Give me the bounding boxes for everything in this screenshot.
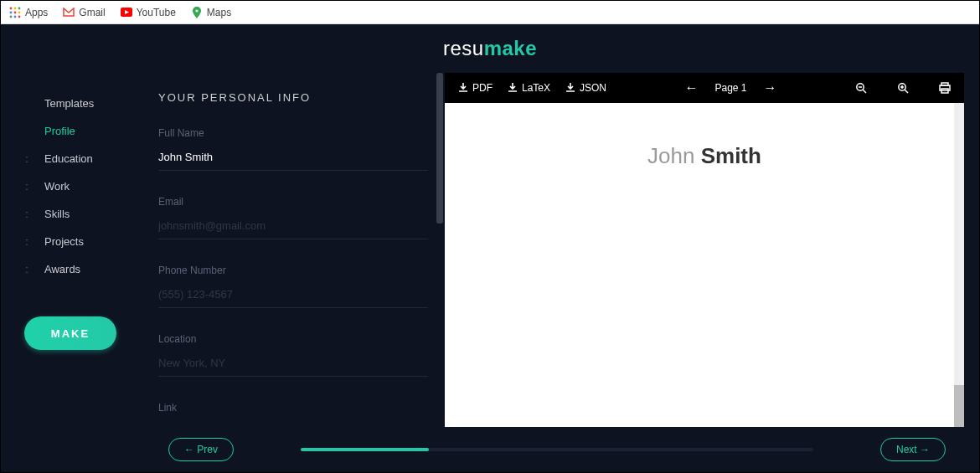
nav-item-templates[interactable]: Templates [16,90,143,117]
drag-handle-icon[interactable]: :: [16,264,36,275]
zoom-in-icon [897,82,909,94]
zoom-in-button[interactable] [892,79,914,97]
preview-scrollbar[interactable] [954,103,964,427]
pdf-toolbar: PDF LaTeX JSON ← Pag [445,73,964,103]
drag-handle-icon[interactable]: :: [16,153,36,165]
svg-point-7 [14,15,17,18]
svg-point-4 [14,11,17,13]
prev-page-button[interactable]: ← [680,77,704,99]
next-page-button[interactable]: → [759,77,782,99]
phone-input[interactable] [158,285,428,308]
nav-item-projects[interactable]: :: Projects [16,228,143,255]
prev-button[interactable]: ← Prev [168,438,234,461]
location-input[interactable] [158,353,428,377]
bookmark-label: Maps [207,7,231,18]
field-label: Location [158,333,428,345]
export-label: LaTeX [522,82,550,94]
bookmark-label: YouTube [137,7,176,18]
browser-bookmarks-bar: Apps Gmail YouTube Maps [1,1,979,24]
nav-label: Projects [44,235,84,248]
arrow-right-icon: → [764,80,777,95]
svg-point-3 [10,11,13,13]
app-container: resumake Templates Profile :: Education … [1,24,979,472]
email-input[interactable] [158,216,428,239]
svg-point-5 [18,11,21,13]
nav-label: Profile [44,125,75,137]
field-label: Full Name [158,127,428,139]
export-label: PDF [472,82,493,94]
logo-part-2: make [484,37,537,59]
download-icon [458,83,468,93]
download-icon [565,83,575,93]
nav-label: Templates [44,97,94,110]
print-button[interactable] [934,79,956,97]
svg-point-2 [18,7,21,9]
bookmark-label: Gmail [79,7,105,18]
resume-name-heading: John Smith [462,143,947,169]
svg-point-0 [10,7,13,9]
field-fullname: Full Name [158,127,428,171]
form-panel: YOUR PERSONAL INFO Full Name Email Phone… [143,73,445,427]
arrow-left-icon: ← [685,80,699,95]
export-json-button[interactable]: JSON [560,79,611,97]
field-label: Link [158,402,428,414]
resume-last-name: Smith [701,143,761,168]
nav-item-skills[interactable]: :: Skills [16,200,143,228]
nav-item-profile[interactable]: Profile [16,117,143,145]
field-label: Email [158,196,428,208]
progress-bar[interactable] [301,448,813,451]
progress-fill [301,448,429,451]
export-label: JSON [580,82,606,94]
sidebar-nav: Templates Profile :: Education :: Work :… [1,73,143,427]
pdf-preview-page: John Smith [445,103,964,427]
youtube-icon [121,7,132,18]
app-header: resumake [1,24,979,73]
link-input[interactable] [158,422,428,427]
preview-panel: PDF LaTeX JSON ← Pag [445,73,964,427]
bookmark-youtube[interactable]: YouTube [121,7,176,18]
gmail-icon [63,7,75,18]
svg-point-6 [10,15,13,18]
next-button[interactable]: Next → [880,438,946,461]
resume-first-name: John [647,143,694,168]
app-logo[interactable]: resumake [443,37,537,60]
drag-handle-icon[interactable]: :: [16,208,36,220]
form-scrollbar[interactable] [436,73,443,427]
field-link: Link [158,402,428,427]
logo-part-1: resu [443,37,484,59]
app-body: Templates Profile :: Education :: Work :… [1,73,979,427]
drag-handle-icon[interactable]: :: [16,181,36,193]
print-icon [939,82,951,94]
export-latex-button[interactable]: LaTeX [503,79,555,97]
make-button[interactable]: MAKE [24,316,116,350]
field-phone: Phone Number [158,265,428,308]
fullname-input[interactable] [158,147,428,171]
field-label: Phone Number [158,265,428,276]
svg-point-8 [18,15,21,18]
nav-label: Awards [44,263,80,275]
export-pdf-button[interactable]: PDF [453,79,498,97]
zoom-out-icon [855,82,867,94]
zoom-out-button[interactable] [850,79,872,97]
bookmark-apps[interactable]: Apps [9,7,48,18]
nav-label: Skills [44,208,70,220]
field-email: Email [158,196,428,239]
nav-label: Work [44,180,70,193]
page-indicator: Page 1 [709,82,754,94]
svg-point-1 [14,7,17,9]
bookmark-label: Apps [25,7,48,18]
bookmark-maps[interactable]: Maps [191,7,231,18]
nav-item-education[interactable]: :: Education [16,145,143,172]
field-location: Location [158,333,428,377]
app-footer: ← Prev Next → [1,427,979,472]
nav-item-awards[interactable]: :: Awards [16,255,143,283]
maps-pin-icon [191,7,203,18]
svg-line-12 [863,90,866,93]
download-icon [508,83,518,93]
svg-point-10 [195,9,198,12]
bookmark-gmail[interactable]: Gmail [63,7,105,18]
nav-label: Education [44,152,93,165]
section-title: YOUR PERSONAL INFO [158,91,428,104]
drag-handle-icon[interactable]: :: [16,236,36,248]
nav-item-work[interactable]: :: Work [16,172,143,200]
